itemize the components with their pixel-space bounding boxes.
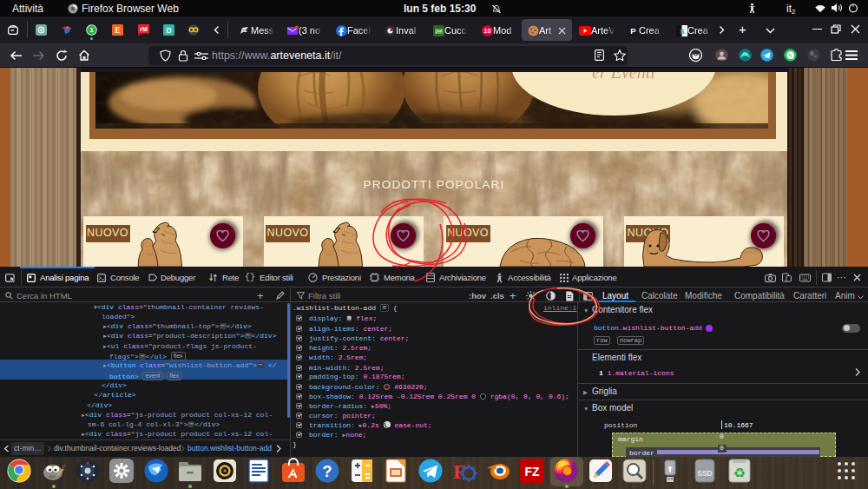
svg-text:♻: ♻: [733, 466, 746, 480]
svg-text:?: ?: [323, 463, 332, 480]
svg-text:SSD: SSD: [697, 469, 712, 478]
svg-text:FZ: FZ: [524, 465, 540, 479]
svg-text:rM: rM: [140, 26, 148, 32]
svg-text:P: P: [630, 26, 636, 36]
svg-text:1: 1: [89, 26, 94, 34]
svg-text:E: E: [115, 26, 120, 35]
svg-text:10: 10: [483, 27, 490, 35]
svg-text:D: D: [166, 26, 171, 35]
svg-text:S: S: [680, 28, 685, 36]
